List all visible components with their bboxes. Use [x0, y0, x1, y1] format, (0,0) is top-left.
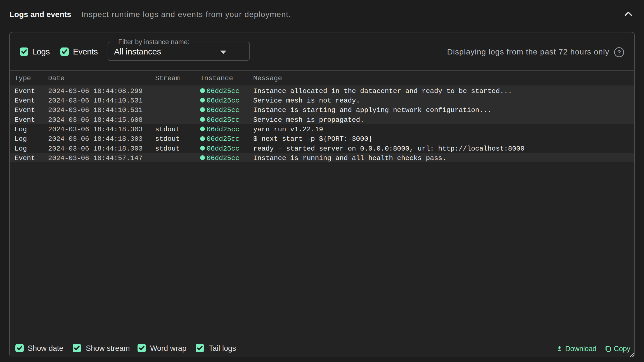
svg-text:?: ?	[617, 49, 621, 56]
